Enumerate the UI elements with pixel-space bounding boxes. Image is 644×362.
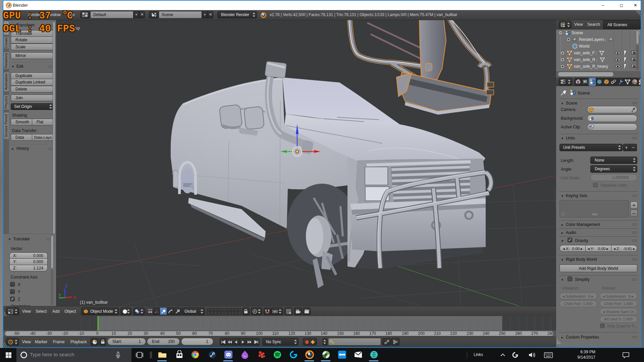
svg-text:Z: Z: [65, 284, 67, 288]
svg-text:y: y: [59, 292, 61, 297]
svg-text:(1) van_bullbar: (1) van_bullbar: [80, 300, 108, 305]
svg-text:X: X: [73, 295, 76, 300]
